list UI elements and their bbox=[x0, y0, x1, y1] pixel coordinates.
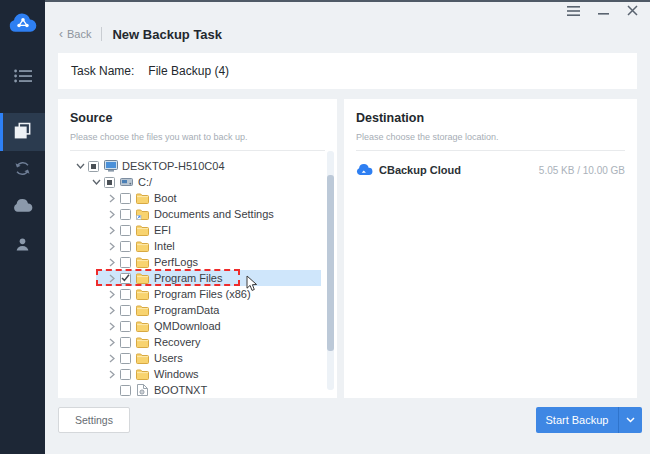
chevron-down-icon bbox=[626, 417, 635, 423]
tree-item-label: Program Files (x86) bbox=[154, 288, 251, 300]
chevron-right-icon[interactable] bbox=[106, 304, 118, 316]
chevron-right-icon[interactable] bbox=[106, 192, 118, 204]
tree-item-label: ProgramData bbox=[154, 304, 219, 316]
destination-item-cbackup-cloud[interactable]: CBackup Cloud5.05 KB / 10.00 GB bbox=[356, 164, 625, 176]
checkbox-unchecked[interactable] bbox=[120, 385, 131, 396]
folder-icon bbox=[135, 321, 150, 332]
tree-item-boot[interactable]: Boot bbox=[70, 190, 325, 206]
tree-item-desktop-h510c04[interactable]: DESKTOP-H510C04 bbox=[70, 158, 325, 174]
checkbox-unchecked[interactable] bbox=[120, 369, 131, 380]
checkbox-unchecked[interactable] bbox=[120, 305, 131, 316]
sidebar-item-task-list[interactable] bbox=[0, 59, 45, 97]
chevron-right-icon[interactable] bbox=[106, 320, 118, 332]
tree-item-programdata[interactable]: ProgramData bbox=[70, 302, 325, 318]
chevron-right-icon[interactable] bbox=[106, 352, 118, 364]
chevron-right-icon[interactable] bbox=[106, 272, 118, 284]
scrollbar-thumb[interactable] bbox=[327, 175, 334, 351]
folder-link-icon bbox=[135, 209, 150, 220]
start-backup-label[interactable]: Start Backup bbox=[536, 407, 618, 433]
scrollbar-track[interactable] bbox=[327, 151, 334, 390]
destination-list: CBackup Cloud5.05 KB / 10.00 GB bbox=[356, 164, 625, 176]
tree-item-label: Users bbox=[154, 352, 183, 364]
tree-item-label: QMDownload bbox=[154, 320, 221, 332]
tree-item-c[interactable]: C:/ bbox=[70, 174, 325, 190]
tree-item-efi[interactable]: EFI bbox=[70, 222, 325, 238]
chevron-right-icon[interactable] bbox=[106, 240, 118, 252]
task-name-value[interactable]: File Backup (4) bbox=[148, 64, 229, 78]
chevron-right-icon[interactable] bbox=[106, 336, 118, 348]
file-icon bbox=[135, 384, 150, 396]
chevron-right-icon[interactable] bbox=[106, 256, 118, 268]
tree-item-label: Windows bbox=[154, 368, 199, 380]
tree-item-recovery[interactable]: Recovery bbox=[70, 334, 325, 350]
checkbox-unchecked[interactable] bbox=[120, 353, 131, 364]
checkbox-unchecked[interactable] bbox=[120, 225, 131, 236]
page-header: ‹ Back New Backup Task bbox=[59, 25, 222, 43]
cloud-blue-icon bbox=[356, 164, 373, 176]
file-tree: DESKTOP-H510C04C:/BootDocuments and Sett… bbox=[70, 158, 325, 398]
folder-icon bbox=[135, 193, 150, 204]
chevron-right-icon[interactable] bbox=[106, 288, 118, 300]
source-panel: Source Please choose the files you want … bbox=[58, 99, 337, 398]
back-button[interactable]: ‹ Back bbox=[59, 27, 91, 41]
task-list-icon bbox=[14, 69, 32, 87]
checkbox-unchecked[interactable] bbox=[120, 289, 131, 300]
checkbox-partial[interactable] bbox=[88, 161, 99, 172]
cbackup-logo-icon bbox=[0, 0, 45, 46]
computer-icon bbox=[103, 160, 118, 172]
tree-item-label: C:/ bbox=[138, 176, 152, 188]
destination-title: Destination bbox=[356, 111, 625, 125]
chevron-right-icon[interactable] bbox=[106, 368, 118, 380]
checkbox-unchecked[interactable] bbox=[120, 257, 131, 268]
page-title: New Backup Task bbox=[112, 27, 222, 42]
checkbox-partial[interactable] bbox=[104, 177, 115, 188]
folder-icon bbox=[135, 337, 150, 348]
destination-panel: Destination Please choose the storage lo… bbox=[344, 99, 637, 398]
sidebar-item-sync[interactable] bbox=[0, 151, 45, 189]
tree-item-label: Boot bbox=[154, 192, 177, 204]
tree-item-label: Intel bbox=[154, 240, 175, 252]
tree-item-users[interactable]: Users bbox=[70, 350, 325, 366]
chevron-spacer bbox=[106, 384, 118, 396]
start-backup-button[interactable]: Start Backup bbox=[536, 407, 642, 433]
checkbox-unchecked[interactable] bbox=[120, 321, 131, 332]
checkbox-unchecked[interactable] bbox=[120, 193, 131, 204]
tree-item-perflogs[interactable]: PerfLogs bbox=[70, 254, 325, 270]
header-divider bbox=[101, 27, 102, 41]
source-subtitle: Please choose the files you want to back… bbox=[70, 132, 325, 142]
main-area: ‹ Back New Backup Task Task Name: File B… bbox=[45, 0, 650, 454]
window-top-border bbox=[45, 0, 650, 2]
checkbox-unchecked[interactable] bbox=[120, 337, 131, 348]
chevron-right-icon[interactable] bbox=[106, 208, 118, 220]
checkbox-unchecked[interactable] bbox=[120, 241, 131, 252]
settings-button[interactable]: Settings bbox=[58, 407, 130, 433]
chevron-right-icon[interactable] bbox=[106, 224, 118, 236]
tree-item-bootnxt[interactable]: BOOTNXT bbox=[70, 382, 325, 398]
tree-item-label: Documents and Settings bbox=[154, 208, 274, 220]
account-icon bbox=[15, 237, 30, 256]
tree-item-intel[interactable]: Intel bbox=[70, 238, 325, 254]
tree-item-documents-and-settings[interactable]: Documents and Settings bbox=[70, 206, 325, 222]
sidebar-item-cloud-storage[interactable] bbox=[0, 189, 45, 227]
chevron-down-icon[interactable] bbox=[90, 176, 102, 188]
sidebar-item-account[interactable] bbox=[0, 227, 45, 265]
content: Source Please choose the files you want … bbox=[58, 99, 637, 398]
minimize-button[interactable] bbox=[598, 5, 609, 17]
menu-button[interactable] bbox=[567, 5, 580, 17]
folder-icon bbox=[135, 289, 150, 300]
folder-icon bbox=[135, 273, 150, 284]
checkbox-checked[interactable] bbox=[120, 273, 131, 284]
close-button[interactable] bbox=[627, 5, 638, 17]
tree-item-program-files-x86[interactable]: Program Files (x86) bbox=[70, 286, 325, 302]
sync-icon bbox=[14, 160, 31, 181]
checkbox-unchecked[interactable] bbox=[120, 209, 131, 220]
tree-item-label: Recovery bbox=[154, 336, 200, 348]
minimize-icon bbox=[598, 2, 609, 20]
chevron-down-icon[interactable] bbox=[74, 160, 86, 172]
tree-item-windows[interactable]: Windows bbox=[70, 366, 325, 382]
sidebar-item-backup-tasks[interactable] bbox=[0, 113, 45, 151]
start-backup-dropdown[interactable] bbox=[618, 407, 642, 433]
tree-item-qmdownload[interactable]: QMDownload bbox=[70, 318, 325, 334]
drive-icon bbox=[119, 177, 134, 187]
tree-item-program-files[interactable]: Program Files bbox=[70, 270, 325, 286]
